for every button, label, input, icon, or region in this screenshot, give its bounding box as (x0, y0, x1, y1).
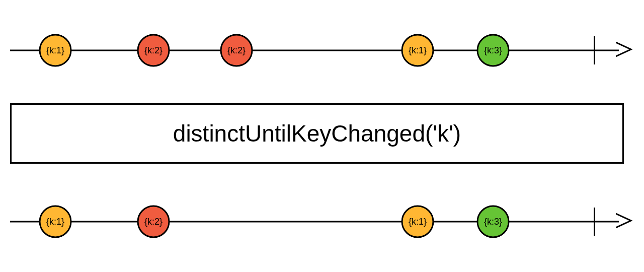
operator-label: distinctUntilKeyChanged('k') (173, 120, 461, 147)
input-complete-tick-icon (594, 36, 595, 64)
output-marble: {k:1} (39, 206, 72, 238)
input-marble: {k:1} (39, 34, 72, 67)
input-timeline: {k:1} {k:2} {k:2} {k:1} {k:3} (10, 30, 634, 71)
output-marble: {k:1} (401, 206, 434, 238)
output-timeline-line (10, 221, 619, 223)
input-marble: {k:3} (477, 34, 510, 67)
output-arrowhead-icon (616, 212, 634, 232)
operator-box: distinctUntilKeyChanged('k') (10, 103, 624, 164)
output-marble: {k:2} (137, 206, 170, 238)
input-arrowhead-icon (616, 40, 634, 60)
input-timeline-line (10, 50, 619, 51)
output-complete-tick-icon (594, 208, 595, 236)
input-marble: {k:2} (137, 34, 170, 67)
output-timeline: {k:1} {k:2} {k:1} {k:3} (10, 201, 634, 242)
output-marble: {k:3} (477, 206, 510, 238)
input-marble: {k:2} (220, 34, 253, 67)
input-marble: {k:1} (401, 34, 434, 67)
